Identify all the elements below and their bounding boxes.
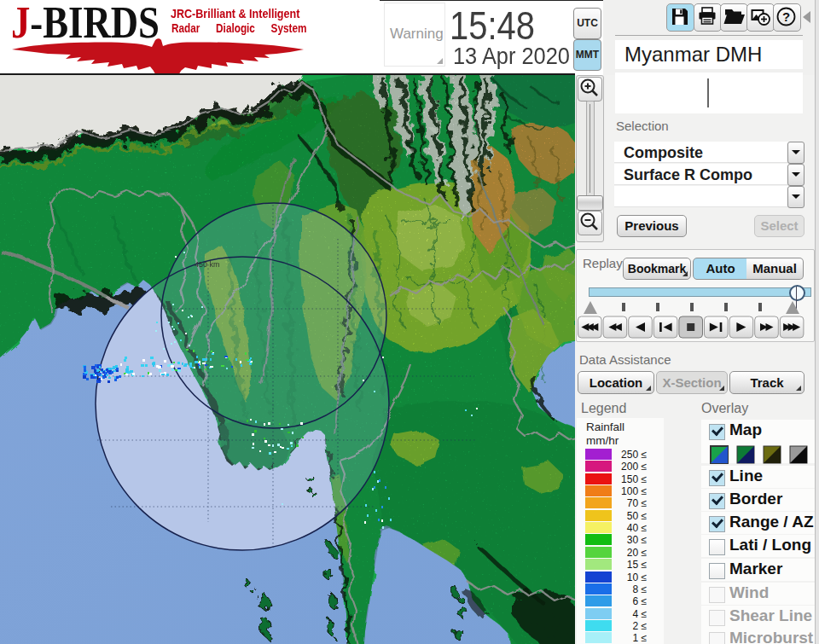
svg-text:?: ? (782, 9, 790, 24)
svg-text:450 km: 450 km (195, 260, 220, 269)
